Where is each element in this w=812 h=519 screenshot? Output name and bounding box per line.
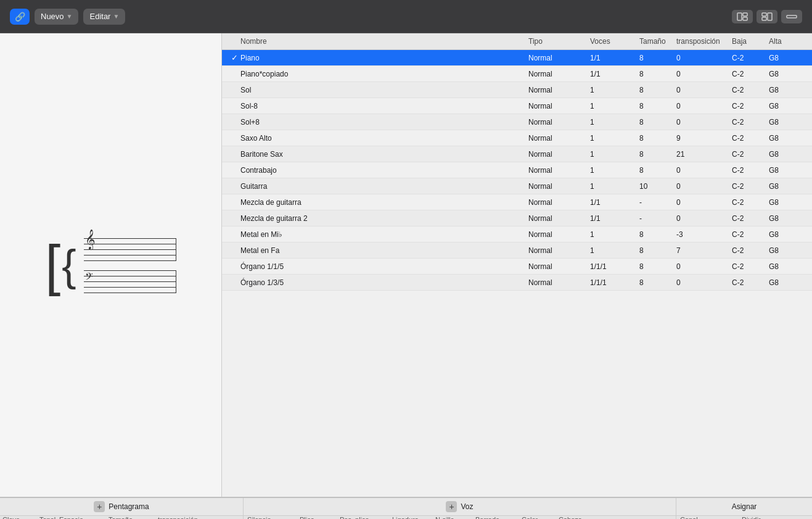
instrument-voces: 1	[590, 86, 639, 94]
instrument-trans: 21	[676, 150, 732, 159]
instrument-voces: 1/1	[590, 54, 639, 62]
n-sillo-col-header: N-sillo	[432, 516, 472, 519]
instrument-trans: 0	[676, 54, 732, 62]
plica-col-header: Plica	[296, 516, 336, 519]
instrument-tipo: Normal	[528, 182, 590, 191]
table-row[interactable]: Órgano 1/1/5 Normal 1/1/1 8 0 C-2 G8	[222, 259, 812, 275]
svg-rect-4	[762, 17, 766, 20]
instrument-trans: 9	[676, 134, 732, 143]
trans-col-header: transposición	[155, 516, 217, 519]
table-row[interactable]: Mezcla de guitarra Normal 1/1 - 0 C-2 G8	[222, 194, 812, 210]
voz-section-header: + Voz	[244, 498, 676, 515]
instrument-trans: -3	[676, 230, 732, 239]
table-row[interactable]: Metal en Mi♭ Normal 1 8 -3 C-2 G8	[222, 226, 812, 243]
link-button[interactable]: 🔗	[10, 9, 30, 25]
main-content: [ { 𝄞	[0, 33, 812, 497]
svg-rect-1	[743, 13, 747, 16]
table-row[interactable]: Metal en Fa Normal 1 8 7 C-2 G8	[222, 243, 812, 259]
instrument-alta: G8	[769, 102, 806, 110]
voz-col-headers: Silencio Plica Pos. plica Ligadura N-sil…	[244, 516, 676, 519]
instrument-tamano: 8	[639, 86, 676, 94]
instrument-voces: 1	[590, 150, 639, 159]
instrument-alta: G8	[769, 86, 806, 94]
instrument-tamano: -	[639, 198, 676, 207]
table-row[interactable]: Sol Normal 1 8 0 C-2 G8	[222, 82, 812, 98]
tile-right-button[interactable]	[757, 10, 777, 23]
instrument-voces: 1	[590, 118, 639, 127]
instrument-tipo: Normal	[528, 134, 590, 143]
check-icon: ✓	[231, 53, 238, 62]
instrument-voces: 1	[590, 182, 639, 191]
check-cell: ✓	[228, 53, 240, 62]
instrument-trans: 0	[676, 278, 732, 287]
dividir-col-header: Dividir	[738, 516, 812, 519]
instrument-alta: G8	[769, 182, 806, 191]
instrument-voces: 1/1/1	[590, 278, 639, 287]
table-row[interactable]: Órgano 1/3/5 Normal 1/1/1 8 0 C-2 G8	[222, 275, 812, 291]
instrument-name: Mezcla de guitarra	[240, 198, 528, 207]
alta-header: Alta	[769, 37, 806, 46]
instrument-trans: 0	[676, 70, 732, 78]
table-header: Nombre Tipo Voces Tamaño transposición B…	[222, 33, 812, 50]
staff-preview: [ { 𝄞	[45, 238, 176, 293]
instrument-voces: 1/1	[590, 70, 639, 78]
table-row[interactable]: Saxo Alto Normal 1 8 9 C-2 G8	[222, 130, 812, 146]
instrument-name: Mezcla de guitarra 2	[240, 214, 528, 223]
table-row[interactable]: ✓ Piano Normal 1/1 8 0 C-2 G8	[222, 50, 812, 66]
silencio-col-header: Silencio	[244, 516, 296, 519]
instrument-name: Órgano 1/1/5	[240, 262, 528, 271]
instrument-tamano: 8	[639, 54, 676, 62]
instrument-name: Contrabajo	[240, 166, 528, 175]
instrument-baja: C-2	[732, 70, 769, 78]
instrument-tipo: Normal	[528, 166, 590, 175]
table-row[interactable]: Baritone Sax Normal 1 8 21 C-2 G8	[222, 146, 812, 162]
instrument-voces: 1	[590, 166, 639, 175]
instrument-table[interactable]: ✓ Piano Normal 1/1 8 0 C-2 G8 Piano*copi…	[222, 50, 812, 497]
instrument-voces: 1	[590, 246, 639, 255]
pentagrama-label: Pentagrama	[109, 502, 149, 511]
instrument-tamano: -	[639, 214, 676, 223]
penta-col-headers: Clave Tonal. Espacio Tamaño transposició…	[0, 516, 244, 519]
instrument-trans: 0	[676, 86, 732, 94]
minimize-button[interactable]	[781, 10, 802, 23]
table-row[interactable]: Piano*copiado Normal 1/1 8 0 C-2 G8	[222, 66, 812, 82]
brace-icon: {	[62, 244, 76, 287]
editar-button[interactable]: Editar ▼	[83, 9, 125, 25]
tile-left-button[interactable]	[732, 10, 753, 23]
instrument-tipo: Normal	[528, 102, 590, 110]
nombre-header: Nombre	[240, 37, 528, 46]
table-row[interactable]: Sol-8 Normal 1 8 0 C-2 G8	[222, 98, 812, 114]
bass-clef-symbol: 𝄢	[85, 272, 93, 284]
instrument-tamano: 8	[639, 230, 676, 239]
instrument-trans: 0	[676, 214, 732, 223]
instrument-alta: G8	[769, 118, 806, 127]
instrument-alta: G8	[769, 166, 806, 175]
instrument-tamano: 8	[639, 262, 676, 271]
instrument-voces: 1/1/1	[590, 262, 639, 271]
table-row[interactable]: Guitarra Normal 1 10 0 C-2 G8	[222, 178, 812, 194]
nuevo-button[interactable]: Nuevo ▼	[35, 9, 78, 25]
pentagrama-add-button[interactable]: +	[94, 501, 105, 512]
pentagrama-section-header: + Pentagrama	[0, 498, 244, 515]
tipo-header: Tipo	[528, 37, 590, 46]
table-row[interactable]: Mezcla de guitarra 2 Normal 1/1 - 0 C-2 …	[222, 210, 812, 226]
instrument-tipo: Normal	[528, 214, 590, 223]
instrument-name: Órgano 1/3/5	[240, 278, 528, 287]
asignar-label: Asignar	[732, 502, 757, 511]
voz-add-button[interactable]: +	[446, 501, 457, 512]
svg-rect-3	[762, 13, 766, 16]
instrument-alta: G8	[769, 246, 806, 255]
instrument-name: Metal en Mi♭	[240, 230, 528, 239]
sub-col-headers: Clave Tonal. Espacio Tamaño transposició…	[0, 516, 812, 519]
nuevo-chevron-icon: ▼	[67, 13, 73, 20]
editar-label: Editar	[89, 12, 110, 21]
instrument-baja: C-2	[732, 166, 769, 175]
instrument-alta: G8	[769, 262, 806, 271]
instrument-alta: G8	[769, 150, 806, 159]
tile-right-icon	[761, 12, 773, 21]
instrument-trans: 0	[676, 166, 732, 175]
svg-rect-2	[743, 17, 747, 20]
table-row[interactable]: Contrabajo Normal 1 8 0 C-2 G8	[222, 162, 812, 178]
table-row[interactable]: Sol+8 Normal 1 8 0 C-2 G8	[222, 114, 812, 130]
instrument-name: Guitarra	[240, 182, 528, 191]
